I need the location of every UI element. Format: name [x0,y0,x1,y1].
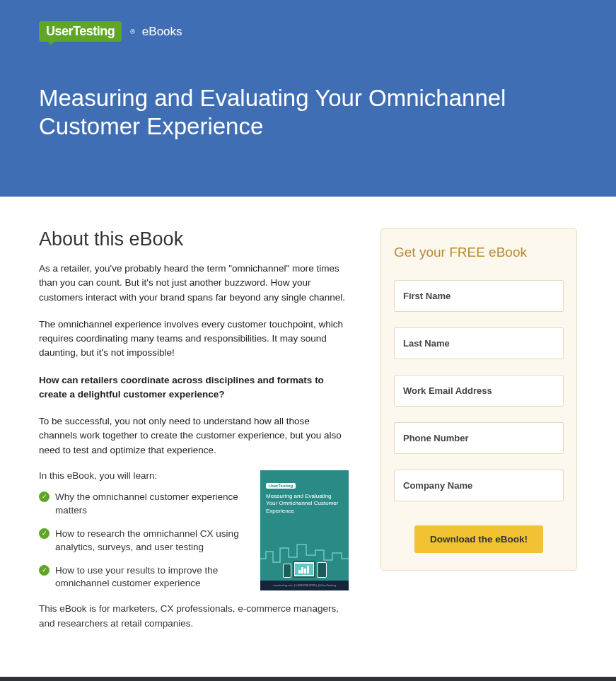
form-title: Get your FREE eBook [394,245,564,260]
closing-text: This eBook is for marketers, CX professi… [39,602,349,631]
check-icon: ✓ [39,528,50,539]
first-name-field[interactable] [394,280,564,312]
last-name-field[interactable] [394,327,564,359]
about-paragraph-1: As a retailer, you've probably heard the… [39,262,349,305]
about-section: About this eBook As a retailer, you've p… [39,228,349,631]
about-heading: About this eBook [39,228,349,250]
bullet-text: Why the omnichannel customer experience … [55,491,245,518]
bullet-text: How to use your results to improve the o… [55,564,245,591]
thumb-logo: UserTesting [266,483,296,489]
footer: © UserTesting 2016 [0,677,616,681]
logo-badge: UserTesting [39,21,122,42]
about-paragraph-2: The omnichannel experience involves ever… [39,318,349,361]
devices-icon [283,561,327,578]
ebook-cover-thumbnail: UserTesting Measuring and Evaluating You… [260,470,349,590]
thumb-footer: usertesting.com | 1-800-000-0000 | @User… [260,581,349,590]
bullet-list: ✓Why the omnichannel customer experience… [39,491,245,590]
check-icon: ✓ [39,491,50,502]
check-icon: ✓ [39,565,50,576]
about-paragraph-4: To be successful, you not only need to u… [39,414,349,458]
header: UserTesting® eBooks Measuring and Evalua… [0,0,616,197]
download-form: Get your FREE eBook Download the eBook! [380,228,577,571]
email-field[interactable] [394,375,564,407]
phone-field[interactable] [394,422,564,454]
logo-suffix: eBooks [142,25,182,39]
download-button[interactable]: Download the eBook! [414,525,543,553]
company-field[interactable] [394,470,564,501]
page-title: Measuring and Evaluating Your Omnichanne… [39,84,577,140]
bullet-text: How to research the omnichannel CX using… [55,528,245,554]
about-paragraph-3: How can retailers coordinate across disc… [39,373,349,402]
logo: UserTesting® eBooks [39,21,577,42]
bullets-intro: In this eBook, you will learn: [39,470,245,481]
main-content: About this eBook As a retailer, you've p… [0,197,616,677]
thumb-title: Measuring and Evaluating Your Omnichanne… [266,493,343,515]
list-item: ✓How to use your results to improve the … [39,564,245,591]
registered-icon: ® [130,28,135,35]
list-item: ✓Why the omnichannel customer experience… [39,491,245,518]
list-item: ✓How to research the omnichannel CX usin… [39,528,245,554]
